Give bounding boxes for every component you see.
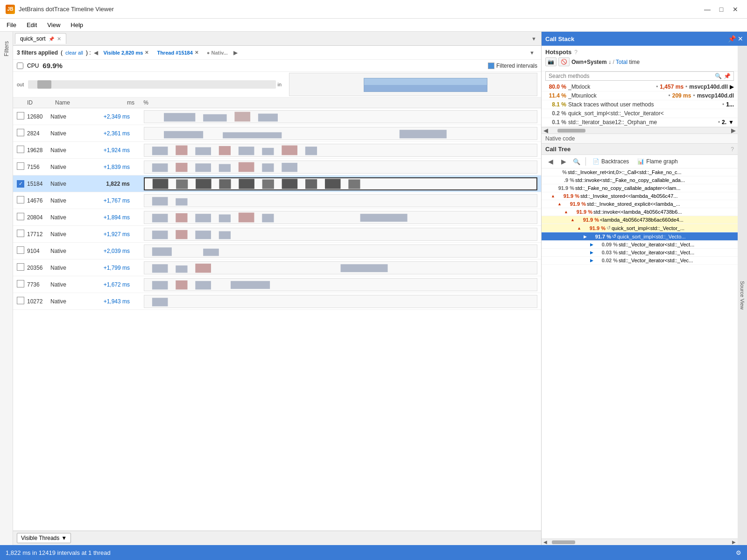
filters-sidebar[interactable]: Filters [0,32,13,545]
row-checkbox[interactable] [17,146,24,153]
menu-file[interactable]: File [2,21,21,29]
hs-mode-total[interactable]: Total [616,59,627,65]
zoom-bar: out in [13,72,541,98]
tab-close-icon[interactable]: ✕ [57,36,61,42]
ct-back-button[interactable]: ◀ [545,156,556,167]
hs-scroll-left-btn[interactable]: ◀ [543,127,548,134]
thread-row[interactable]: 7736 Native +1,672 ms [13,276,541,293]
ct-hscroll-thumb [552,540,575,544]
filter-chip-time-close[interactable]: ✕ [145,50,148,55]
row-checkbox[interactable] [17,246,24,254]
ct-item[interactable]: 91.9 % std::_Fake_no_copy_callable_adapt… [542,184,738,192]
ct-item-selected[interactable]: ▶ 91.7 % ↺ quick_sort_impl<std::_Vecto..… [542,232,738,241]
thread-row[interactable]: 12680 Native +2,349 ms [13,108,541,125]
filter-dropdown-icon[interactable]: ▼ [527,50,537,56]
calltree-help-icon[interactable]: ? [731,146,734,153]
ct-scroll-right-btn[interactable]: ▶ [732,539,736,545]
thread-row[interactable]: 17712 Native +1,927 ms [13,226,541,243]
hotspot-item[interactable]: 8.1 % Stack traces without user methods … [542,100,738,109]
thread-row[interactable]: 14676 Native +1,767 ms [13,192,541,209]
ct-search-button[interactable]: 🔍 [571,156,582,167]
hotspot-item[interactable]: 0.2 % quick_sort_impl<std::_Vector_itera… [542,109,738,118]
right-panel: Call Stack 📌 ✕ Hotspots ? 📷 🚫 [542,32,747,545]
svg-rect-46 [152,247,172,256]
filter-prev-button[interactable]: ◀ [94,49,98,56]
ct-pct: % [543,169,567,175]
zoom-timeline[interactable] [289,73,538,96]
ct-item[interactable]: ▶ 0.03 % std::_Vector_iterator<std::_Vec… [542,249,738,257]
zoom-slider[interactable] [28,80,276,89]
ct-item-highlighted2[interactable]: ▲ 91.9 % ↺ quick_sort_impl<std::_Vector_… [542,224,738,232]
hotspot-item[interactable]: 11.4 % _Mtxunlock • 209 ms • msvcp140d.d… [542,91,738,100]
thread-row[interactable]: 19628 Native +1,924 ms [13,142,541,159]
filters-label[interactable]: Filters [3,41,10,56]
ct-item[interactable]: ▲ 91.9 % std::_Invoke_stored<<lambda_4b0… [542,192,738,200]
hotspots-help-icon[interactable]: ? [574,49,578,56]
row-checkbox[interactable] [17,213,24,220]
row-checkbox[interactable] [17,162,24,170]
hs-screenshot-button[interactable]: 📷 [545,57,557,66]
close-button[interactable]: ✕ [729,5,741,14]
ct-item[interactable]: ▶ 0.02 % std::_Vector_iterator<std::_Vec… [542,257,738,265]
row-checkbox[interactable] [17,230,24,237]
thread-row[interactable]: 7156 Native +1,839 ms [13,159,541,175]
row-checkbox[interactable]: ✓ [17,180,24,188]
ct-hscroll[interactable]: ◀ ▶ [542,539,738,545]
row-checkbox[interactable] [17,297,24,304]
flamegraph-icon: 📊 [637,158,644,165]
cpu-checkbox[interactable] [17,63,23,69]
menu-view[interactable]: View [42,21,65,29]
hs-scroll-right-btn[interactable]: ▶ [731,127,736,134]
row-checkbox[interactable] [17,196,24,203]
minimize-button[interactable]: — [701,5,713,14]
row-checkbox[interactable] [17,280,24,287]
panel-pin-button[interactable]: 📌 [728,35,736,42]
thread-row[interactable]: 10272 Native +1,943 ms [13,293,541,310]
thread-row[interactable]: 20356 Native +1,799 ms [13,259,541,276]
search-input[interactable] [549,73,713,79]
row-checkbox[interactable] [17,263,24,271]
filter-clear-button[interactable]: clear all [65,50,83,56]
svg-rect-38 [219,214,231,222]
tab-quick-sort[interactable]: quick_sort 📌 ✕ [15,33,66,44]
ct-flamegraph-button[interactable]: 📊 Flame graph [634,157,680,166]
col-header-id: ID [27,99,55,106]
ct-item-highlighted[interactable]: ▲ 91.9 % <lambda_4b056c4738b6ac660de4... [542,216,738,224]
menu-edit[interactable]: Edit [22,21,42,29]
thread-row-selected[interactable]: ✓ 15184 Native 1,822 ms [13,175,541,192]
ct-item[interactable]: ▶ 0.09 % std::_Vector_iterator<std::_Vec… [542,241,738,249]
panel-close-button[interactable]: ✕ [738,35,743,42]
tab-dropdown-icon[interactable]: ▼ [529,36,539,42]
ct-item[interactable]: ▲ 91.9 % std::invoke<<lambda_4b056c4738b… [542,208,738,216]
ct-item[interactable]: .9 % std::invoke<std::_Fake_no_copy_call… [542,176,738,184]
flamegraph-label: Flame graph [646,158,677,165]
menu-help[interactable]: Help [66,21,88,29]
visible-threads-button[interactable]: Visible Threads ▼ [17,533,71,543]
hs-hscroll[interactable]: ◀ ▶ [542,127,738,133]
row-checkbox[interactable] [17,129,24,136]
filter-chip-thread-close[interactable]: ✕ [195,50,198,55]
ct-backtraces-button[interactable]: 📄 Backtraces [590,157,632,166]
ct-item[interactable]: ▲ 91.9 % std::_Invoke_stored_explicit<<l… [542,200,738,208]
ct-forward-button[interactable]: ▶ [558,156,569,167]
ct-item[interactable]: % std::_Invoker_ret<int,0>::_Call<std::_… [542,168,738,176]
filter-next-button[interactable]: ▶ [233,49,238,56]
hs-dll: msvcp140d.dl [697,92,734,99]
filter-count: 3 filters applied [17,49,58,56]
thread-row[interactable]: 20804 Native +1,894 ms [13,209,541,226]
source-view-tab[interactable]: Source View [738,46,747,545]
hotspot-item[interactable]: 80.0 % _Mtxlock • 1,457 ms • msvcp140d.d… [542,83,738,91]
tab-pin-icon[interactable]: 📌 [49,36,54,42]
hotspot-item[interactable]: 0.1 % std::_Iterator_base12::_Orphan_me … [542,118,738,127]
search-pin-icon[interactable]: 📌 [724,73,731,79]
row-checkbox[interactable] [17,112,24,119]
ct-arrow-icon: ▲ [557,202,562,206]
ct-scroll-left-btn[interactable]: ◀ [543,539,547,545]
thread-row[interactable]: 2824 Native +2,361 ms [13,125,541,142]
calltree-header: Call Tree ? [542,144,738,155]
thread-row[interactable]: 9104 Native +2,039 ms [13,243,541,259]
hs-filter-button[interactable]: 🚫 [558,57,570,66]
cpu-bar: CPU 69.9% Filtered intervals [13,60,541,72]
filter-chip-native: ● Nativ... [204,49,231,56]
maximize-button[interactable]: □ [715,5,727,14]
